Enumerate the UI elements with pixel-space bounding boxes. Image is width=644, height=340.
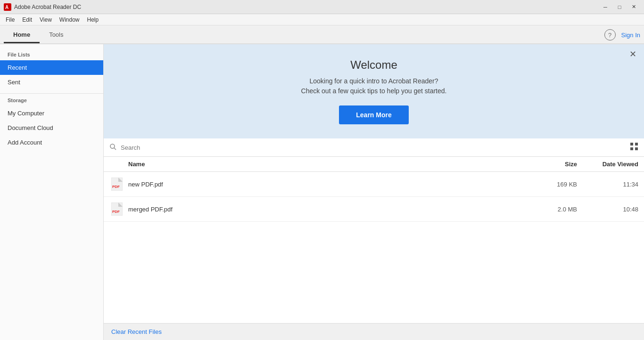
learn-more-button[interactable]: Learn More (339, 105, 408, 124)
pdf-icon-wrapper: PDF (109, 202, 124, 217)
tab-tools[interactable]: Tools (40, 27, 73, 43)
col-name-header: Name (128, 161, 530, 168)
app-title: Adobe Acrobat Reader DC (14, 4, 81, 10)
file-date: 10:48 (577, 206, 638, 213)
svg-text:PDF: PDF (112, 210, 120, 214)
sidebar-item-recent[interactable]: Recent (0, 60, 103, 75)
file-name: merged PDF.pdf (128, 206, 530, 213)
welcome-title: Welcome (113, 58, 635, 72)
minimize-button[interactable]: ─ (599, 2, 612, 12)
menu-window[interactable]: Window (56, 16, 83, 24)
close-button[interactable]: ✕ (627, 2, 640, 12)
svg-rect-4 (630, 143, 633, 146)
tab-home[interactable]: Home (4, 27, 40, 43)
table-row[interactable]: PDF merged PDF.pdf 2.0 MB 10:48 (104, 197, 644, 222)
file-lists-label: File Lists (0, 52, 103, 60)
file-size: 169 KB (530, 181, 577, 188)
svg-rect-7 (635, 147, 638, 150)
pdf-icon-wrapper: PDF (109, 177, 124, 192)
storage-label: Storage (0, 97, 103, 106)
file-name: new PDF.pdf (128, 181, 530, 188)
main-layout: File Lists Recent Sent Storage My Comput… (0, 44, 644, 340)
menu-bar: File Edit View Window Help (0, 14, 644, 25)
tab-bar-left: Home Tools (4, 27, 73, 43)
search-bar (104, 138, 644, 157)
title-bar-controls: ─ □ ✕ (599, 2, 640, 12)
col-date-header: Date Viewed (577, 161, 638, 168)
sidebar-item-document-cloud[interactable]: Document Cloud (0, 121, 103, 135)
svg-text:A: A (5, 5, 8, 10)
welcome-close-button[interactable]: ✕ (629, 49, 636, 59)
col-size-header: Size (530, 161, 577, 168)
svg-point-2 (110, 144, 115, 148)
file-size: 2.0 MB (530, 206, 577, 213)
pdf-icon: PDF (111, 178, 123, 191)
app-icon: A (4, 3, 11, 11)
svg-text:PDF: PDF (112, 185, 120, 189)
sidebar-item-add-account[interactable]: Add Account (0, 135, 103, 150)
title-bar-left: A Adobe Acrobat Reader DC (4, 3, 81, 11)
search-icon (109, 143, 117, 152)
tab-bar-right: ? Sign In (604, 29, 640, 43)
sidebar-item-my-computer[interactable]: My Computer (0, 106, 103, 121)
menu-file[interactable]: File (2, 16, 18, 24)
svg-rect-5 (635, 143, 638, 146)
welcome-banner: ✕ Welcome Looking for a quick intro to A… (104, 44, 644, 138)
sidebar-item-sent[interactable]: Sent (0, 75, 103, 89)
content-footer: Clear Recent Files (104, 323, 644, 340)
maximize-button[interactable]: □ (613, 2, 626, 12)
file-table-header: Name Size Date Viewed (104, 157, 644, 172)
tab-bar: Home Tools ? Sign In (0, 25, 644, 44)
clear-recent-button[interactable]: Clear Recent Files (111, 328, 162, 335)
pdf-icon: PDF (111, 202, 123, 216)
welcome-text: Looking for a quick intro to Acrobat Rea… (113, 76, 635, 96)
title-bar: A Adobe Acrobat Reader DC ─ □ ✕ (0, 0, 644, 14)
grid-view-button[interactable] (630, 142, 638, 153)
sign-in-button[interactable]: Sign In (621, 32, 640, 39)
sidebar-divider-1 (0, 93, 103, 94)
help-button[interactable]: ? (604, 29, 616, 40)
menu-view[interactable]: View (36, 16, 56, 24)
svg-rect-6 (630, 147, 633, 150)
table-row[interactable]: PDF new PDF.pdf 169 KB 11:34 (104, 172, 644, 197)
file-table: Name Size Date Viewed PDF new PDF.pdf 16… (104, 157, 644, 323)
file-date: 11:34 (577, 181, 638, 188)
sidebar: File Lists Recent Sent Storage My Comput… (0, 44, 104, 340)
svg-line-3 (114, 148, 116, 150)
menu-help[interactable]: Help (83, 16, 103, 24)
content-area: ✕ Welcome Looking for a quick intro to A… (104, 44, 644, 340)
search-input[interactable] (121, 144, 626, 151)
menu-edit[interactable]: Edit (18, 16, 36, 24)
